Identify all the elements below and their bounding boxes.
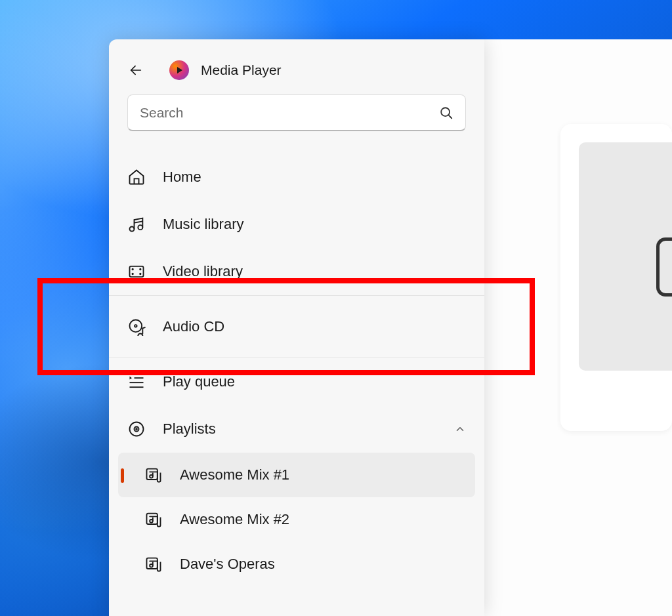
nav-label-music: Music library — [163, 216, 466, 233]
svg-line-2 — [448, 115, 452, 118]
playlist-icon — [144, 555, 163, 573]
video-icon — [127, 262, 146, 281]
nav-item-audio-cd[interactable]: Audio CD — [109, 303, 484, 350]
back-button[interactable] — [123, 58, 148, 83]
nav-label-queue: Play queue — [163, 373, 466, 390]
nav-list: Home Music library Video library Audio C… — [109, 144, 484, 596]
nav-item-play-queue[interactable]: Play queue — [109, 358, 484, 405]
home-icon — [127, 168, 146, 186]
playlist-label: Dave's Operas — [180, 556, 275, 573]
nav-label-audiocd: Audio CD — [163, 318, 466, 335]
playlists-icon — [127, 420, 146, 438]
svg-point-7 — [132, 274, 133, 274]
playlist-item-2[interactable]: Awesome Mix #2 — [118, 497, 475, 542]
nav-label-home: Home — [163, 169, 466, 186]
playlist-item-1[interactable]: Awesome Mix #1 — [118, 453, 475, 497]
search-box[interactable] — [127, 94, 466, 131]
search-icon — [439, 106, 453, 120]
svg-rect-5 — [130, 266, 144, 277]
search-container — [109, 94, 484, 144]
nav-item-video-library[interactable]: Video library — [109, 248, 484, 295]
svg-point-17 — [136, 428, 137, 430]
svg-point-10 — [130, 320, 142, 333]
svg-point-6 — [132, 269, 133, 270]
chevron-up-icon — [454, 423, 466, 435]
svg-point-9 — [140, 274, 140, 274]
playlist-icon — [144, 510, 163, 529]
playlist-list: Awesome Mix #1 Awesome Mix #2 Dave's Ope… — [109, 453, 484, 586]
album-icon — [656, 237, 672, 297]
nav-item-music-library[interactable]: Music library — [109, 201, 484, 248]
sidebar-panel: Media Player Home Music library — [109, 39, 484, 616]
playlist-item-3[interactable]: Dave's Operas — [118, 542, 475, 586]
svg-point-11 — [135, 325, 137, 327]
album-art-placeholder — [579, 142, 672, 371]
header-row: Media Player — [109, 39, 484, 94]
app-title: Media Player — [201, 62, 282, 78]
playlist-label: Awesome Mix #2 — [180, 511, 289, 528]
app-icon — [169, 60, 189, 80]
playlist-icon — [144, 466, 163, 484]
arrow-left-icon — [129, 63, 143, 77]
nav-label-playlists: Playlists — [163, 421, 437, 438]
content-panel — [484, 39, 672, 616]
svg-point-3 — [130, 227, 135, 232]
svg-point-8 — [140, 269, 140, 270]
search-input[interactable] — [140, 105, 439, 121]
nav-item-home[interactable]: Home — [109, 154, 484, 201]
playlist-label: Awesome Mix #1 — [180, 466, 289, 483]
cd-icon — [127, 318, 146, 336]
nav-label-video: Video library — [163, 263, 466, 280]
queue-icon — [127, 373, 146, 391]
svg-point-4 — [138, 225, 142, 230]
content-card — [560, 124, 672, 431]
music-note-icon — [127, 215, 146, 234]
nav-item-playlists[interactable]: Playlists — [109, 405, 484, 453]
